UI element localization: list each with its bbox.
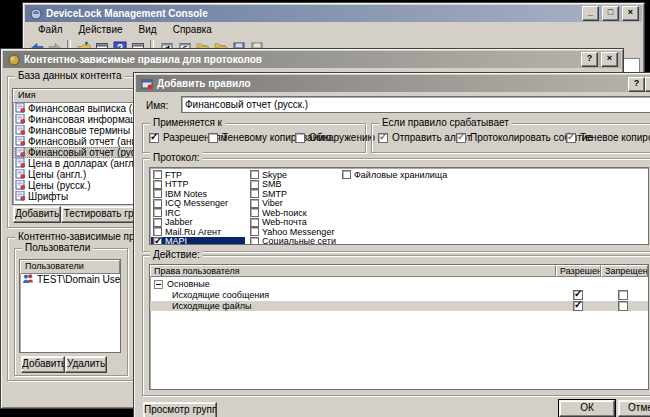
add-rule-dialog-icon (139, 76, 154, 91)
list-item-label: Шрифты (28, 191, 68, 202)
content-group-icon (15, 158, 25, 169)
checkbox-unchecked[interactable] (250, 218, 259, 227)
menu-help[interactable]: Справка (166, 23, 219, 36)
add-content-group-button[interactable]: Добавить (13, 206, 61, 223)
checkbox-unchecked[interactable] (250, 170, 259, 179)
checkbox-checked[interactable] (149, 133, 159, 143)
column-header-allowed[interactable]: Разрешено (556, 265, 601, 277)
protocol-item[interactable]: SMB (248, 180, 338, 190)
checkbox-unchecked[interactable] (250, 227, 259, 236)
allowed-checkbox-checked[interactable] (573, 301, 583, 311)
protocol-item[interactable]: Skype (248, 170, 338, 180)
protocol-label: FTP (165, 170, 182, 180)
checkbox-unchecked[interactable] (250, 189, 259, 198)
column-header-users[interactable]: Пользователи (20, 260, 120, 274)
column-header-rights[interactable]: Права пользователя (150, 265, 556, 277)
cancel-button[interactable]: Отмена (618, 400, 650, 417)
checkbox-unchecked[interactable] (342, 170, 351, 179)
protocol-label: IBM Notes (165, 189, 207, 199)
list-item-label: Цены (англ.) (28, 169, 86, 180)
maximize-button[interactable]: □ (602, 6, 619, 21)
triggers-group: Если правило срабатывает Отправить алерт… (371, 123, 650, 153)
denied-checkbox-unchecked[interactable] (618, 301, 628, 311)
protocol-item[interactable]: Jabber (151, 218, 245, 228)
add-rule-dialog: Добавить правило ? × Имя: Применяется к … (133, 72, 650, 417)
checkbox-unchecked[interactable] (153, 170, 162, 179)
protocol-item[interactable]: Viber (248, 199, 338, 209)
menu-view[interactable]: Вид (132, 23, 164, 36)
detection-checkbox-row[interactable]: Обнаружению (295, 132, 375, 143)
help-button[interactable]: ? (581, 52, 598, 67)
protocol-item[interactable]: IRC (151, 208, 245, 218)
protocol-label: Mail.Ru Агент (165, 227, 221, 237)
checkbox-unchecked[interactable] (153, 189, 162, 198)
checkbox-unchecked[interactable] (250, 199, 259, 208)
rule-name-input[interactable] (181, 96, 650, 113)
add-user-button[interactable]: Добавить (21, 356, 65, 373)
column-header-denied[interactable]: Запрещено (601, 265, 648, 277)
checkbox-unchecked[interactable] (153, 180, 162, 189)
checkbox-unchecked[interactable] (153, 199, 162, 208)
protocol-list[interactable]: FTP HTTP IBM Notes ICQ Messenger IRC Jab… (149, 167, 649, 245)
checkbox-unchecked[interactable] (250, 208, 259, 217)
close-button[interactable]: × (622, 6, 639, 21)
protocol-item[interactable]: HTTP (151, 180, 245, 190)
ok-button[interactable]: ОК (559, 400, 615, 417)
users-group: Пользователи Пользователи TEST\Domain Us… (14, 248, 128, 376)
triggers-title: Если правило срабатывает (379, 117, 512, 128)
users-list[interactable]: Пользователи TEST\Domain Users (19, 259, 121, 353)
checkbox-unchecked[interactable] (208, 133, 218, 143)
content-group-icon (15, 125, 25, 136)
content-group-icon (15, 191, 25, 202)
dialog-body: Имя: Применяется к Разрешениям Теневому … (135, 92, 650, 417)
domain-users-icon (22, 274, 34, 285)
protocol-label: HTTP (165, 179, 189, 189)
checkbox-checked-gray[interactable] (566, 133, 576, 143)
checkbox-unchecked[interactable] (153, 218, 162, 227)
protocol-label: Jabber (165, 217, 193, 227)
rules-title-bar: Контентно-зависимые правила для протокол… (3, 51, 621, 68)
dialog-close-button[interactable]: × (645, 77, 650, 92)
protocol-item[interactable]: Файловые хранилища (340, 170, 490, 180)
menu-action[interactable]: Действие (72, 23, 130, 36)
minimize-button[interactable]: _ (582, 6, 599, 21)
protocol-column-3: Файловые хранилища (340, 170, 490, 180)
protocol-item[interactable]: Социальные сети (248, 237, 338, 246)
close-button[interactable]: × (601, 52, 618, 67)
checkbox-checked-gray[interactable] (378, 133, 388, 143)
view-group-button[interactable]: Просмотр группы (143, 402, 217, 417)
protocol-item-selected[interactable]: MAPI (151, 237, 245, 246)
protocol-item[interactable]: Web-почта (248, 218, 338, 228)
protocol-label: Файловые хранилища (354, 170, 447, 180)
checkbox-unchecked[interactable] (250, 180, 259, 189)
protocol-item[interactable]: FTP (151, 170, 245, 180)
protocol-label: Viber (262, 198, 283, 208)
protocol-item[interactable]: Yahoo Messenger (248, 227, 338, 237)
checkbox-checked[interactable] (153, 237, 162, 245)
right-row-outgoing-files[interactable]: Исходящие файлы (150, 301, 648, 311)
user-list-item[interactable]: TEST\Domain Users (20, 274, 120, 285)
protocol-column-1: FTP HTTP IBM Notes ICQ Messenger IRC Jab… (151, 170, 245, 245)
list-item-label: Цены (русск.) (28, 180, 91, 191)
checkbox-checked-gray[interactable] (456, 133, 466, 143)
protocol-item[interactable]: Web-поиск (248, 208, 338, 218)
menu-file[interactable]: Файл (31, 23, 70, 36)
protocol-item[interactable]: Mail.Ru Агент (151, 227, 245, 237)
content-db-group-title: База данных контента (15, 70, 125, 81)
right-label: Исходящие сообщения (150, 290, 269, 300)
collapse-icon[interactable] (154, 280, 163, 289)
dialog-help-button[interactable]: ? (628, 77, 645, 92)
user-rights-table[interactable]: Права пользователя Разрешено Запрещено О… (149, 264, 649, 390)
protocol-item[interactable]: ICQ Messenger (151, 199, 245, 209)
delete-user-button[interactable]: Удалить (65, 356, 107, 373)
protocol-item[interactable]: IBM Notes (151, 189, 245, 199)
protocol-item[interactable]: SMTP (248, 189, 338, 199)
checkbox-unchecked[interactable] (250, 237, 259, 245)
user-list-item-label: TEST\Domain Users (37, 274, 120, 285)
checkbox-unchecked[interactable] (153, 208, 162, 217)
dialog-title: Добавить правило (157, 78, 251, 89)
protocol-label: Yahoo Messenger (262, 227, 334, 237)
denied-checkbox-unchecked[interactable] (618, 290, 628, 300)
shadow-copy-checkbox-row[interactable]: Теневое копирование (566, 132, 650, 143)
checkbox-unchecked[interactable] (295, 133, 305, 143)
